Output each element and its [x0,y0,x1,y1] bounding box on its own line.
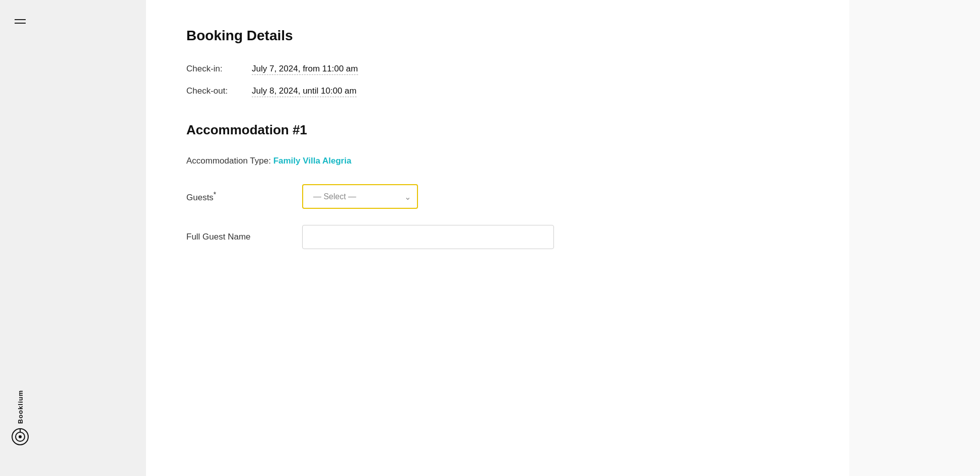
sidebar-brand: Booklium [11,390,29,446]
checkin-label: Check-in: [186,64,247,74]
page-title: Booking Details [186,28,809,44]
guests-required-star: * [214,190,216,198]
booking-details-section: Check-in: July 7, 2024, from 11:00 am Ch… [186,64,809,97]
checkin-row: Check-in: July 7, 2024, from 11:00 am [186,64,809,75]
checkout-row: Check-out: July 8, 2024, until 10:00 am [186,86,809,97]
right-panel [849,0,980,476]
full-guest-name-label: Full Guest Name [186,232,287,242]
accommodation-section: Accommodation #1 Accommodation Type: Fam… [186,122,809,249]
sidebar-nav [40,0,146,476]
accommodation-type-label: Accommodation Type: [186,156,271,166]
main-content: Booking Details Check-in: July 7, 2024, … [146,0,849,476]
full-guest-name-row: Full Guest Name [186,225,809,249]
svg-point-2 [19,435,22,438]
hamburger-menu-button[interactable] [11,15,30,28]
full-guest-name-input[interactable] [302,225,554,249]
guests-select[interactable]: — Select — 1 2 3 4 5 6 [302,184,418,209]
brand-name-label: Booklium [17,390,24,424]
brand-logo-icon [11,428,29,446]
checkout-label: Check-out: [186,86,247,96]
sidebar-left: Booklium [0,0,40,476]
checkout-value: July 8, 2024, until 10:00 am [252,86,357,97]
checkout-date: July 8, 2024 [252,86,298,96]
hamburger-line-1 [15,19,26,20]
accommodation-type-row: Accommodation Type: Family Villa Alegria [186,156,809,166]
accommodation-title: Accommodation #1 [186,122,809,138]
checkin-suffix: , from 11:00 am [298,64,358,73]
guests-select-wrapper: — Select — 1 2 3 4 5 6 ⌄ [302,184,418,209]
accommodation-type-value: Family Villa Alegria [273,156,352,166]
checkin-date: July 7, 2024 [252,64,298,73]
guests-row: Guests* — Select — 1 2 3 4 5 6 ⌄ [186,184,809,209]
checkout-suffix: , until 10:00 am [298,86,357,96]
guests-label: Guests* [186,190,287,203]
checkin-value: July 7, 2024, from 11:00 am [252,64,358,75]
hamburger-line-2 [15,23,26,24]
